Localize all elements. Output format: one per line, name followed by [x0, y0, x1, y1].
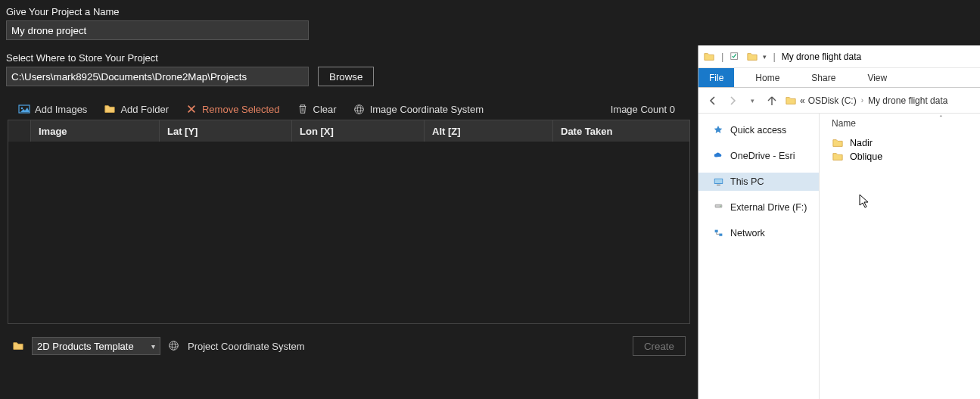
- svg-point-4: [358, 104, 361, 114]
- svg-point-1: [21, 108, 23, 110]
- svg-rect-11: [717, 184, 720, 185]
- folder-icon[interactable]: [746, 51, 758, 62]
- svg-point-5: [170, 341, 179, 351]
- folder-icon: [703, 51, 715, 62]
- sidebar-network[interactable]: Network: [698, 224, 819, 242]
- explorer-file-pane[interactable]: Name ˆ Nadir Oblique: [820, 114, 980, 399]
- svg-rect-14: [714, 229, 717, 232]
- clear-button[interactable]: Clear: [297, 103, 337, 115]
- folder-icon: [832, 138, 844, 148]
- folder-icon: [104, 103, 116, 115]
- footer-bar: 2D Products Template ▾ Project Coordinat…: [6, 324, 692, 368]
- x-icon: [185, 103, 198, 115]
- col-lat[interactable]: Lat [Y]: [160, 120, 292, 142]
- svg-point-2: [355, 104, 364, 114]
- folder-item[interactable]: Oblique: [832, 150, 882, 164]
- image-count: Image Count 0: [611, 104, 680, 115]
- sidebar-this-pc[interactable]: This PC: [698, 173, 819, 191]
- star-icon: [712, 125, 724, 136]
- sidebar-onedrive[interactable]: OneDrive - Esri: [698, 147, 819, 165]
- qat-dropdown-icon[interactable]: ▾: [763, 53, 767, 61]
- trash-icon: [297, 103, 309, 115]
- folder-icon[interactable]: [12, 341, 24, 351]
- remove-selected-button[interactable]: Remove Selected: [185, 103, 280, 115]
- network-icon: [712, 228, 724, 238]
- store-location-input[interactable]: [6, 67, 309, 86]
- tab-home[interactable]: Home: [745, 68, 790, 87]
- explorer-titlebar[interactable]: | ▾ | My drone flight data: [698, 45, 980, 68]
- add-folder-button[interactable]: Add Folder: [104, 103, 169, 115]
- col-date[interactable]: Date Taken: [553, 120, 689, 142]
- address-bar[interactable]: « OSDisk (C:) › My drone flight data: [785, 95, 972, 106]
- svg-point-7: [172, 341, 175, 351]
- svg-point-13: [720, 206, 720, 207]
- project-coordinate-system-button[interactable]: Project Coordinate System: [188, 341, 305, 352]
- forward-button[interactable]: [726, 94, 739, 108]
- properties-icon[interactable]: [730, 51, 742, 62]
- row-handle-column: [8, 120, 31, 142]
- folder-icon: [785, 95, 797, 106]
- file-explorer-window: | ▾ | My drone flight data File Home Sha…: [698, 45, 980, 399]
- col-image[interactable]: Image: [31, 120, 160, 142]
- svg-rect-15: [719, 233, 722, 235]
- folder-item[interactable]: Nadir: [832, 136, 882, 150]
- drive-icon: [712, 202, 724, 213]
- project-name-label: Give Your Project a Name: [6, 6, 692, 17]
- monitor-icon: [712, 176, 724, 187]
- tab-file[interactable]: File: [698, 68, 734, 87]
- up-button[interactable]: [765, 94, 779, 108]
- folder-icon: [832, 151, 844, 162]
- browse-button[interactable]: Browse: [318, 67, 374, 86]
- explorer-sidebar: Quick access OneDrive - Esri This PC: [698, 114, 820, 399]
- sidebar-quick-access[interactable]: Quick access: [698, 121, 819, 139]
- explorer-ribbon: File Home Share View: [698, 68, 980, 88]
- globe-icon: [353, 103, 366, 115]
- col-lon[interactable]: Lon [X]: [292, 120, 425, 142]
- template-select[interactable]: 2D Products Template ▾: [32, 337, 160, 355]
- svg-rect-10: [714, 179, 722, 183]
- add-images-button[interactable]: Add Images: [18, 103, 87, 115]
- sidebar-external-drive[interactable]: External Drive (F:): [698, 198, 819, 217]
- explorer-navbar: ▾ « OSDisk (C:) › My drone flight data: [698, 88, 980, 114]
- new-project-panel: Give Your Project a Name Select Where to…: [0, 0, 698, 399]
- col-alt[interactable]: Alt [Z]: [425, 120, 553, 142]
- svg-point-6: [170, 344, 179, 347]
- chevron-up-icon[interactable]: ˆ: [940, 115, 942, 123]
- cloud-icon: [712, 151, 724, 161]
- image-table: Image Lat [Y] Lon [X] Alt [Z] Date Taken: [8, 120, 690, 324]
- chevron-down-icon: ▾: [151, 342, 155, 351]
- store-location-label: Select Where to Store Your Project: [6, 52, 692, 64]
- globe-icon: [168, 340, 180, 352]
- tab-view[interactable]: View: [857, 68, 898, 87]
- image-coordinate-system-button[interactable]: Image Coordinate System: [353, 103, 484, 115]
- project-name-input[interactable]: [6, 20, 309, 40]
- back-button[interactable]: [706, 94, 720, 108]
- create-button[interactable]: Create: [633, 336, 686, 356]
- chevron-right-icon[interactable]: ›: [860, 96, 865, 104]
- svg-point-3: [355, 108, 364, 111]
- window-title: My drone flight data: [782, 51, 861, 62]
- image-toolbar: Add Images Add Folder Remove Selected Cl…: [6, 98, 692, 120]
- recent-locations-button[interactable]: ▾: [745, 94, 759, 108]
- image-icon: [18, 103, 30, 115]
- column-name[interactable]: Name: [832, 118, 856, 129]
- tab-share[interactable]: Share: [801, 68, 846, 87]
